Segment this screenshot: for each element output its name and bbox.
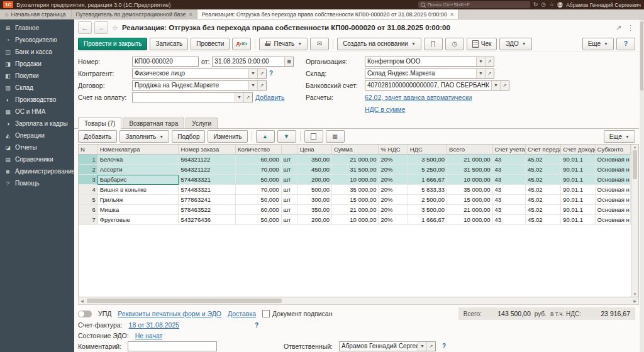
open-link-icon[interactable]: ↗: [614, 24, 623, 32]
column-header-11[interactable]: Счет передачи: [525, 145, 560, 155]
table-cell[interactable]: 15 000,00: [331, 195, 378, 205]
table-cell[interactable]: 15 000,00: [447, 195, 492, 205]
table-cell[interactable]: Белочка: [97, 155, 179, 165]
column-header-2[interactable]: Номер заказа: [179, 145, 236, 155]
table-cell[interactable]: 20%: [379, 195, 408, 205]
edo-button[interactable]: ЭДО ▼: [499, 38, 531, 50]
tab-close-icon[interactable]: ×: [450, 11, 453, 18]
scroll-down-icon[interactable]: ▼: [633, 292, 637, 296]
attachments-button[interactable]: [424, 38, 443, 50]
table-cell[interactable]: 3: [79, 175, 97, 185]
open-item-icon[interactable]: ↗: [426, 342, 435, 351]
sidebar-item-help[interactable]: ?Помощь: [0, 177, 74, 189]
table-cell[interactable]: 10 000,00: [447, 215, 492, 225]
print-button[interactable]: Печать ▼: [259, 38, 308, 50]
table-cell[interactable]: 20%: [379, 165, 408, 175]
table-cell[interactable]: 7: [79, 215, 97, 225]
comment-input[interactable]: [128, 341, 217, 351]
table-cell[interactable]: 350,00: [297, 205, 331, 215]
tab-services[interactable]: Услуги: [186, 118, 218, 128]
sidebar-item-purchases[interactable]: ◧Покупки: [0, 70, 74, 82]
dropdown-icon[interactable]: ▼: [235, 93, 243, 102]
tab-close-icon[interactable]: ×: [189, 11, 192, 18]
scroll-left-icon[interactable]: ◀: [79, 299, 86, 303]
vat-mode-link[interactable]: НДС в сумме: [365, 106, 405, 113]
table-cell[interactable]: Основная н: [595, 175, 630, 185]
table-cell[interactable]: Основная н: [595, 165, 630, 175]
table-cell[interactable]: 1 666,67: [408, 175, 447, 185]
bank-account-field[interactable]: 40702810000000000007, ПАО СБЕРБАНК ▼ ↗: [365, 80, 509, 91]
dropdown-icon[interactable]: ▼: [418, 342, 426, 351]
table-cell[interactable]: Мишка: [97, 205, 179, 215]
post-and-close-button[interactable]: Провести и закрыть: [78, 38, 147, 50]
table-cell[interactable]: 50,000: [236, 175, 281, 185]
column-header-7[interactable]: % НДС: [379, 145, 408, 155]
more-menu-icon[interactable]: ⋮: [626, 24, 635, 32]
post-button[interactable]: Провести: [191, 38, 230, 50]
table-cell[interactable]: Основная н: [595, 155, 630, 165]
help-icon[interactable]: ?: [269, 70, 273, 77]
edit-button[interactable]: Изменить: [208, 130, 247, 143]
table-cell[interactable]: 3 500,00: [408, 155, 447, 165]
column-header-10[interactable]: Счет учета: [492, 145, 525, 155]
column-header-13[interactable]: Субконто: [595, 145, 630, 155]
table-cell[interactable]: 43: [492, 185, 525, 195]
table-cell[interactable]: 450,00: [297, 165, 331, 175]
column-header-4[interactable]: [281, 145, 297, 155]
favorites-icon[interactable]: ☆: [549, 2, 554, 8]
table-cell[interactable]: 90.01.1: [561, 215, 595, 225]
table-cell[interactable]: 21 000,00: [447, 205, 492, 215]
table-vertical-scrollbar[interactable]: ▲ ▼: [631, 145, 638, 297]
table-cell[interactable]: 90.01.1: [561, 185, 595, 195]
global-search-input[interactable]: Поиск Ctrl+Shift+F: [418, 1, 530, 8]
sidebar-item-assets[interactable]: ▦ОС и НМА: [0, 106, 74, 118]
dropdown-icon[interactable]: ▼: [248, 69, 257, 78]
table-cell[interactable]: 21 000,00: [331, 155, 378, 165]
table-cell[interactable]: 45.02: [525, 175, 560, 185]
table-cell[interactable]: 578463522: [179, 205, 236, 215]
table-cell[interactable]: 3 500,00: [408, 205, 447, 215]
table-cell[interactable]: 4: [79, 185, 97, 195]
payment-invoice-field[interactable]: ▼ ↗: [132, 92, 253, 102]
pick-button[interactable]: Подбор: [172, 130, 205, 143]
table-cell[interactable]: 43: [492, 205, 525, 215]
scrollbar-thumb[interactable]: [640, 21, 643, 91]
number-field[interactable]: КП00-000020: [132, 57, 199, 67]
table-cell[interactable]: 1: [79, 155, 97, 165]
save-button[interactable]: Записать: [150, 38, 188, 50]
table-cell[interactable]: 6: [79, 205, 97, 215]
add-row-button[interactable]: Добавить: [78, 130, 117, 143]
table-cell[interactable]: 60,000: [236, 155, 281, 165]
table-row-5[interactable]: 5Грильяж57786324150,000шт300,0015 000,00…: [79, 195, 631, 205]
table-cell[interactable]: Барбарис: [97, 175, 179, 185]
column-header-8[interactable]: НДС: [408, 145, 447, 155]
table-settings-button[interactable]: ▦: [326, 130, 345, 143]
tab-goods[interactable]: Товары (7): [78, 117, 121, 129]
table-cell[interactable]: 500,00: [297, 185, 331, 195]
table-cell[interactable]: 45.02: [525, 165, 560, 175]
table-cell[interactable]: 90.01.1: [561, 205, 595, 215]
table-row-1[interactable]: 1Белочка56432112260,000шт350,0021 000,00…: [79, 155, 631, 165]
reminder-button[interactable]: ◷: [445, 38, 464, 50]
open-item-icon[interactable]: ↗: [485, 69, 494, 78]
table-cell[interactable]: 90.01.1: [561, 165, 595, 175]
table-cell[interactable]: 50,000: [236, 195, 281, 205]
column-header-6[interactable]: Сумма: [331, 145, 378, 155]
table-cell[interactable]: 574483321: [179, 185, 236, 195]
table-cell[interactable]: шт: [281, 215, 297, 225]
responsible-field[interactable]: Абрамов Геннадий Сергеевич ▼ ↗: [339, 341, 436, 351]
table-cell[interactable]: 43: [492, 155, 525, 165]
table-cell[interactable]: 31 500,00: [331, 165, 378, 175]
table-cell[interactable]: 70,000: [236, 165, 281, 175]
table-cell[interactable]: 564321122: [179, 165, 236, 175]
table-cell[interactable]: 350,00: [297, 155, 331, 165]
fill-button[interactable]: Заполнить ▼: [119, 130, 169, 143]
sidebar-item-warehouse[interactable]: ▥Склад: [0, 82, 74, 94]
table-row-4[interactable]: 4Вишня в коньяке57448332170,000шт500,003…: [79, 185, 631, 195]
sidebar-item-salary[interactable]: ◑Зарплата и кадры: [0, 118, 74, 129]
table-cell[interactable]: 564321122: [179, 155, 236, 165]
open-item-icon[interactable]: ↗: [257, 81, 266, 90]
help-icon[interactable]: ?: [255, 322, 258, 329]
table-cell[interactable]: 21 000,00: [447, 155, 492, 165]
scrollbar-thumb[interactable]: [87, 299, 282, 303]
